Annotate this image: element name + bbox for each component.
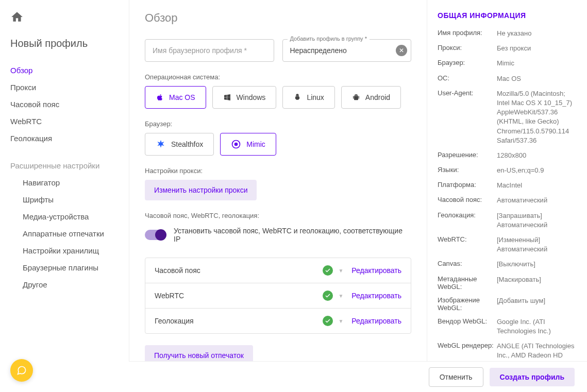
info-key: Часовой пояс: (438, 196, 497, 203)
main-content: Обзор Добавить профиль в группу * ✕ Опер… (129, 0, 427, 392)
ip-match-toggle[interactable] (145, 230, 165, 240)
info-val: [Измененный] Автоматический (497, 235, 577, 254)
group-field: Добавить профиль в группу * ✕ (282, 39, 412, 62)
nav-sub-0[interactable]: Навигатор (10, 174, 129, 191)
info-row-10: WebRTC:[Измененный] Автоматический (438, 235, 577, 254)
os-option-linux[interactable]: Linux (282, 86, 334, 109)
cancel-button[interactable]: Отменить (429, 367, 483, 387)
os-icon (352, 93, 360, 101)
info-val: MacIntel (497, 181, 577, 190)
info-key: Метаданные WebGL: (438, 275, 497, 291)
info-val: Mozilla/5.0 (Macintosh; Intel Mac OS X 1… (497, 89, 577, 145)
chevron-down-icon[interactable]: ▼ (338, 318, 343, 324)
info-val: en-US,en;q=0.9 (497, 166, 577, 175)
info-val: [Выключить] (497, 260, 577, 269)
accordion-item-0: Часовой пояс▼Редактировать (145, 258, 411, 283)
os-option-mac-os[interactable]: Mac OS (145, 86, 206, 109)
info-key: WebRTC: (438, 235, 497, 243)
info-row-5: Разрешение:1280x800 (438, 151, 577, 160)
os-option-windows[interactable]: Windows (212, 86, 277, 109)
sidebar: Новый профиль ОбзорПроксиЧасовой поясWeb… (0, 0, 129, 392)
nav-item-3[interactable]: WebRTC (10, 113, 129, 130)
info-val: [Запрашивать] Автоматический (497, 211, 577, 230)
info-row-1: Прокси:Без прокси (438, 44, 577, 53)
edit-link[interactable]: Редактировать (351, 317, 401, 325)
accordion-item-1: WebRTC▼Редактировать (145, 283, 411, 309)
info-val: Не указано (497, 29, 577, 38)
info-val: [Маскировать] (497, 275, 577, 284)
info-row-14: Вендор WebGL:Google Inc. (ATI Technologi… (438, 317, 577, 336)
browser-label: Браузер: (145, 120, 411, 128)
info-row-12: Метаданные WebGL:[Маскировать] (438, 275, 577, 291)
os-icon (223, 93, 231, 101)
info-key: WebGL рендерер: (438, 342, 497, 349)
nav-sub-6[interactable]: Другое (10, 276, 129, 293)
profile-name-field (145, 39, 274, 62)
info-row-0: Имя профиля:Не указано (438, 29, 577, 38)
browser-option-mimic[interactable]: Mimic (220, 133, 276, 156)
os-icon (293, 93, 301, 101)
group-input[interactable] (282, 39, 412, 62)
edit-link[interactable]: Редактировать (351, 292, 401, 300)
tz-webrtc-geo-label: Часовой пояс, WebRTC, геолокация: (145, 212, 411, 219)
info-key: Прокси: (438, 44, 497, 52)
accordion-label: Геолокация (155, 317, 323, 325)
info-row-13: Изображение WebGL:[Добавить шум] (438, 296, 577, 312)
nav-sub-5[interactable]: Браузерные плагины (10, 259, 129, 276)
nav-item-2[interactable]: Часовой пояс (10, 96, 129, 113)
nav-sub-4[interactable]: Настройки хранилищ (10, 242, 129, 259)
info-key: Геолокация: (438, 211, 497, 219)
os-icon (156, 93, 164, 101)
info-key: Платформа: (438, 181, 497, 189)
info-row-2: Браузер:Mimic (438, 59, 577, 68)
check-icon (323, 265, 333, 276)
info-key: Canvas: (438, 260, 497, 267)
page-title: Обзор (145, 11, 411, 25)
browser-icon (156, 139, 166, 149)
info-val: Mimic (497, 59, 577, 68)
info-row-6: Языки:en-US,en;q=0.9 (438, 166, 577, 175)
chevron-down-icon[interactable]: ▼ (338, 293, 343, 299)
browser-option-stealthfox[interactable]: Stealthfox (145, 133, 214, 156)
sidebar-title: Новый профиль (10, 38, 129, 49)
help-bubble-icon[interactable] (10, 359, 33, 382)
info-row-8: Часовой пояс:Автоматический (438, 196, 577, 205)
chevron-down-icon[interactable]: ▼ (338, 268, 343, 274)
info-key: Вендор WebGL: (438, 317, 497, 325)
profile-name-input[interactable] (145, 39, 274, 62)
nav-sub-1[interactable]: Шрифты (10, 191, 129, 208)
create-profile-button[interactable]: Создать профиль (490, 368, 575, 386)
footer: Отменить Создать профиль (129, 361, 587, 392)
accordion-label: WebRTC (155, 292, 323, 300)
check-icon (323, 291, 333, 301)
info-row-11: Canvas:[Выключить] (438, 260, 577, 269)
os-label: Операционная система: (145, 73, 411, 81)
info-row-7: Платформа:MacIntel (438, 181, 577, 190)
info-key: Изображение WebGL: (438, 296, 497, 312)
nav-item-0[interactable]: Обзор (10, 62, 129, 79)
change-proxy-button[interactable]: Изменить настройки прокси (145, 180, 257, 200)
nav-sub-2[interactable]: Медиа-устройства (10, 208, 129, 225)
ip-match-toggle-label: Установить часовой пояс, WebRTC и геолок… (174, 227, 411, 243)
nav-sub-3[interactable]: Аппаратные отпечатки (10, 225, 129, 242)
nav-item-4[interactable]: Геолокация (10, 130, 129, 147)
os-option-android[interactable]: Android (341, 86, 401, 109)
clear-group-icon[interactable]: ✕ (396, 45, 407, 56)
info-val: Mac OS (497, 74, 577, 83)
nav-item-1[interactable]: Прокси (10, 79, 129, 96)
info-val: Автоматический (497, 196, 577, 205)
info-key: User-Agent: (438, 89, 497, 97)
info-panel: ОБЩАЯ ИНФОРМАЦИЯ Имя профиля:Не указаноП… (427, 0, 587, 392)
info-key: Разрешение: (438, 151, 497, 159)
proxy-label: Настройки прокси: (145, 167, 411, 175)
browser-icon (231, 139, 241, 149)
home-icon[interactable] (10, 10, 129, 25)
info-val: 1280x800 (497, 151, 577, 160)
advanced-section-label: Расширенные настройки (10, 157, 129, 174)
check-icon (323, 316, 333, 326)
edit-link[interactable]: Редактировать (351, 266, 401, 275)
info-key: ОС: (438, 74, 497, 82)
info-row-3: ОС:Mac OS (438, 74, 577, 83)
info-row-9: Геолокация:[Запрашивать] Автоматический (438, 211, 577, 230)
info-panel-title: ОБЩАЯ ИНФОРМАЦИЯ (438, 11, 577, 20)
